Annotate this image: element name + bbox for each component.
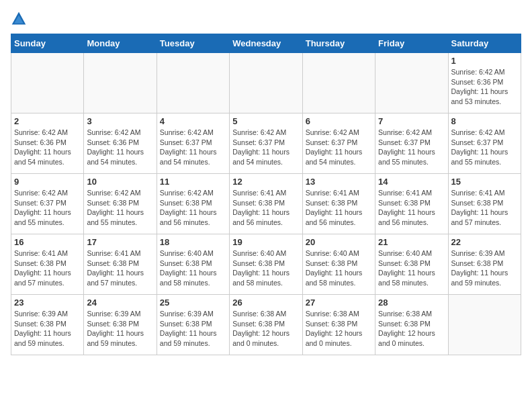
day-number: 24 <box>87 298 153 308</box>
day-number: 26 <box>232 298 299 308</box>
day-info: Sunrise: 6:42 AM Sunset: 6:36 PM Dayligh… <box>14 128 81 167</box>
day-number: 27 <box>306 298 372 308</box>
day-number: 6 <box>306 116 372 126</box>
day-number: 25 <box>160 298 226 308</box>
day-info: Sunrise: 6:42 AM Sunset: 6:37 PM Dayligh… <box>451 128 518 167</box>
day-info: Sunrise: 6:39 AM Sunset: 6:38 PM Dayligh… <box>87 309 153 349</box>
calendar-cell: 5Sunrise: 6:42 AM Sunset: 6:37 PM Daylig… <box>230 113 302 174</box>
day-info: Sunrise: 6:40 AM Sunset: 6:38 PM Dayligh… <box>160 248 226 288</box>
day-info: Sunrise: 6:41 AM Sunset: 6:38 PM Dayligh… <box>14 248 81 288</box>
day-number: 21 <box>378 237 445 247</box>
day-number: 15 <box>451 177 518 187</box>
calendar-cell: 21Sunrise: 6:40 AM Sunset: 6:38 PM Dayli… <box>375 234 448 295</box>
calendar-cell: 7Sunrise: 6:42 AM Sunset: 6:37 PM Daylig… <box>375 113 448 174</box>
day-number: 9 <box>14 177 81 187</box>
day-info: Sunrise: 6:42 AM Sunset: 6:37 PM Dayligh… <box>306 128 372 167</box>
calendar-header-saturday: Saturday <box>448 34 521 53</box>
calendar-cell: 9Sunrise: 6:42 AM Sunset: 6:37 PM Daylig… <box>11 174 84 234</box>
calendar-cell: 6Sunrise: 6:42 AM Sunset: 6:37 PM Daylig… <box>302 113 375 174</box>
logo <box>11 11 30 27</box>
day-number: 20 <box>306 237 372 247</box>
calendar-cell <box>302 53 375 113</box>
calendar-cell: 13Sunrise: 6:41 AM Sunset: 6:38 PM Dayli… <box>302 174 375 234</box>
calendar-header-sunday: Sunday <box>11 34 84 53</box>
calendar-week-row-3: 9Sunrise: 6:42 AM Sunset: 6:37 PM Daylig… <box>11 174 521 234</box>
day-info: Sunrise: 6:40 AM Sunset: 6:38 PM Dayligh… <box>306 248 372 288</box>
day-number: 2 <box>14 116 81 126</box>
day-number: 10 <box>87 177 153 187</box>
calendar-header-friday: Friday <box>375 34 448 53</box>
day-info: Sunrise: 6:42 AM Sunset: 6:36 PM Dayligh… <box>451 67 518 107</box>
calendar-cell: 25Sunrise: 6:39 AM Sunset: 6:38 PM Dayli… <box>157 295 229 355</box>
calendar-cell: 24Sunrise: 6:39 AM Sunset: 6:38 PM Dayli… <box>84 295 157 355</box>
calendar-cell: 12Sunrise: 6:41 AM Sunset: 6:38 PM Dayli… <box>230 174 302 234</box>
day-info: Sunrise: 6:42 AM Sunset: 6:37 PM Dayligh… <box>14 188 81 228</box>
day-info: Sunrise: 6:39 AM Sunset: 6:38 PM Dayligh… <box>160 309 226 349</box>
day-info: Sunrise: 6:39 AM Sunset: 6:38 PM Dayligh… <box>14 309 81 349</box>
calendar-header-thursday: Thursday <box>302 34 375 53</box>
day-number: 19 <box>232 237 299 247</box>
calendar-cell: 4Sunrise: 6:42 AM Sunset: 6:37 PM Daylig… <box>157 113 229 174</box>
calendar-cell: 14Sunrise: 6:41 AM Sunset: 6:38 PM Dayli… <box>375 174 448 234</box>
day-info: Sunrise: 6:39 AM Sunset: 6:38 PM Dayligh… <box>451 248 518 288</box>
calendar-week-row-1: 1Sunrise: 6:42 AM Sunset: 6:36 PM Daylig… <box>11 53 521 113</box>
calendar-cell: 15Sunrise: 6:41 AM Sunset: 6:38 PM Dayli… <box>448 174 521 234</box>
day-number: 11 <box>160 177 226 187</box>
calendar-header-row: SundayMondayTuesdayWednesdayThursdayFrid… <box>11 34 521 53</box>
day-number: 8 <box>451 116 518 126</box>
calendar-cell <box>448 295 521 355</box>
calendar-cell: 18Sunrise: 6:40 AM Sunset: 6:38 PM Dayli… <box>157 234 229 295</box>
calendar-cell: 17Sunrise: 6:41 AM Sunset: 6:38 PM Dayli… <box>84 234 157 295</box>
calendar-cell: 3Sunrise: 6:42 AM Sunset: 6:36 PM Daylig… <box>84 113 157 174</box>
calendar-cell: 28Sunrise: 6:38 AM Sunset: 6:38 PM Dayli… <box>375 295 448 355</box>
day-number: 7 <box>378 116 445 126</box>
calendar-cell <box>11 53 84 113</box>
calendar-week-row-5: 23Sunrise: 6:39 AM Sunset: 6:38 PM Dayli… <box>11 295 521 355</box>
day-number: 17 <box>87 237 153 247</box>
day-number: 23 <box>14 298 81 308</box>
day-info: Sunrise: 6:41 AM Sunset: 6:38 PM Dayligh… <box>87 248 153 288</box>
day-info: Sunrise: 6:40 AM Sunset: 6:38 PM Dayligh… <box>378 248 445 288</box>
calendar-cell: 1Sunrise: 6:42 AM Sunset: 6:36 PM Daylig… <box>448 53 521 113</box>
calendar-cell <box>230 53 302 113</box>
calendar-header-tuesday: Tuesday <box>157 34 229 53</box>
day-info: Sunrise: 6:42 AM Sunset: 6:36 PM Dayligh… <box>87 128 153 167</box>
day-info: Sunrise: 6:40 AM Sunset: 6:38 PM Dayligh… <box>232 248 299 288</box>
day-info: Sunrise: 6:42 AM Sunset: 6:37 PM Dayligh… <box>160 128 226 167</box>
day-number: 28 <box>378 298 445 308</box>
calendar-cell: 2Sunrise: 6:42 AM Sunset: 6:36 PM Daylig… <box>11 113 84 174</box>
calendar-cell: 10Sunrise: 6:42 AM Sunset: 6:38 PM Dayli… <box>84 174 157 234</box>
day-info: Sunrise: 6:42 AM Sunset: 6:37 PM Dayligh… <box>232 128 299 167</box>
calendar-cell: 26Sunrise: 6:38 AM Sunset: 6:38 PM Dayli… <box>230 295 302 355</box>
day-number: 16 <box>14 237 81 247</box>
calendar-cell: 16Sunrise: 6:41 AM Sunset: 6:38 PM Dayli… <box>11 234 84 295</box>
calendar-week-row-4: 16Sunrise: 6:41 AM Sunset: 6:38 PM Dayli… <box>11 234 521 295</box>
day-info: Sunrise: 6:42 AM Sunset: 6:38 PM Dayligh… <box>87 188 153 228</box>
calendar-header-wednesday: Wednesday <box>230 34 302 53</box>
day-number: 3 <box>87 116 153 126</box>
day-info: Sunrise: 6:42 AM Sunset: 6:37 PM Dayligh… <box>378 128 445 167</box>
calendar: SundayMondayTuesdayWednesdayThursdayFrid… <box>11 34 521 355</box>
day-number: 18 <box>160 237 226 247</box>
calendar-cell: 11Sunrise: 6:42 AM Sunset: 6:38 PM Dayli… <box>157 174 229 234</box>
day-info: Sunrise: 6:38 AM Sunset: 6:38 PM Dayligh… <box>232 309 299 349</box>
day-info: Sunrise: 6:38 AM Sunset: 6:38 PM Dayligh… <box>306 309 372 349</box>
day-info: Sunrise: 6:41 AM Sunset: 6:38 PM Dayligh… <box>232 188 299 228</box>
day-number: 13 <box>306 177 372 187</box>
calendar-cell: 19Sunrise: 6:40 AM Sunset: 6:38 PM Dayli… <box>230 234 302 295</box>
calendar-cell: 8Sunrise: 6:42 AM Sunset: 6:37 PM Daylig… <box>448 113 521 174</box>
day-number: 14 <box>378 177 445 187</box>
day-info: Sunrise: 6:38 AM Sunset: 6:38 PM Dayligh… <box>378 309 445 349</box>
calendar-cell: 23Sunrise: 6:39 AM Sunset: 6:38 PM Dayli… <box>11 295 84 355</box>
day-info: Sunrise: 6:41 AM Sunset: 6:38 PM Dayligh… <box>306 188 372 228</box>
calendar-cell: 20Sunrise: 6:40 AM Sunset: 6:38 PM Dayli… <box>302 234 375 295</box>
day-number: 22 <box>451 237 518 247</box>
day-number: 5 <box>232 116 299 126</box>
header <box>11 11 521 27</box>
calendar-cell: 22Sunrise: 6:39 AM Sunset: 6:38 PM Dayli… <box>448 234 521 295</box>
calendar-cell <box>157 53 229 113</box>
calendar-week-row-2: 2Sunrise: 6:42 AM Sunset: 6:36 PM Daylig… <box>11 113 521 174</box>
calendar-header-monday: Monday <box>84 34 157 53</box>
day-number: 12 <box>232 177 299 187</box>
day-number: 1 <box>451 56 518 66</box>
